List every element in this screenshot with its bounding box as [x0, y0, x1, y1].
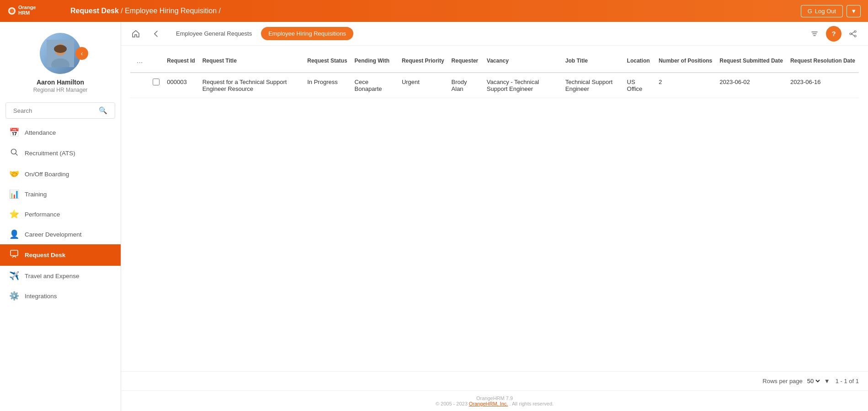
main-layout: ‹ Aaron Hamilton Regional HR Manager 🔍 📅… — [0, 22, 868, 411]
nav-menu: 📅 Attendance Recruitment (ATS) 🤝 On/Off … — [0, 122, 121, 411]
content-area: Employee General Requests Employee Hirin… — [121, 22, 868, 411]
row-checkbox[interactable] — [153, 79, 160, 85]
rows-per-page-label: Rows per page — [762, 378, 802, 385]
sidebar: ‹ Aaron Hamilton Regional HR Manager 🔍 📅… — [0, 22, 121, 411]
user-name: Aaron Hamilton — [37, 79, 84, 86]
row-num-positions: 2 — [655, 73, 716, 98]
col-request-title: Request Title — [199, 53, 304, 73]
svg-point-8 — [54, 45, 67, 53]
row-job-title: Technical Support Engineer — [562, 73, 623, 98]
svg-line-16 — [852, 34, 854, 36]
sidebar-item-performance-label: Performance — [25, 211, 60, 218]
help-button[interactable]: ? — [826, 26, 841, 42]
requisitions-table: ··· Request Id Request Title Request Sta… — [130, 53, 859, 98]
row-options-cell — [130, 73, 149, 98]
top-header: Orange HRM Request Desk / Employee Hirin… — [0, 0, 868, 22]
search-icon[interactable]: 🔍 — [99, 106, 107, 115]
sidebar-item-training-label: Training — [25, 191, 47, 198]
share-icon — [849, 30, 857, 37]
user-role: Regional HR Manager — [33, 87, 88, 93]
rows-per-page-select[interactable]: 50 25 10 — [805, 377, 821, 385]
sidebar-item-recruitment[interactable]: Recruitment (ATS) — [0, 142, 121, 164]
back-button[interactable] — [149, 26, 163, 41]
column-options-button[interactable]: ··· — [134, 58, 145, 68]
sidebar-item-integrations-label: Integrations — [25, 293, 57, 300]
svg-point-13 — [854, 35, 856, 37]
logo: Orange HRM — [7, 3, 67, 19]
career-icon: 👤 — [9, 229, 19, 239]
performance-icon: ⭐ — [9, 209, 19, 219]
sidebar-item-recruitment-label: Recruitment (ATS) — [25, 150, 75, 157]
footer-rights: . All rights reserved. — [510, 401, 554, 406]
row-location: US Office — [623, 73, 655, 98]
footer-company-link[interactable]: OrangeHRM, Inc. — [469, 401, 508, 406]
sidebar-item-travel[interactable]: ✈️ Travel and Expense — [0, 266, 121, 286]
table-area: ··· Request Id Request Title Request Sta… — [121, 46, 868, 371]
sidebar-item-training[interactable]: 📊 Training — [0, 184, 121, 204]
col-options: ··· — [130, 53, 149, 73]
share-button[interactable] — [845, 26, 861, 42]
row-request-status: In Progress — [304, 73, 351, 98]
sidebar-item-onboarding-label: On/Off Boarding — [25, 171, 69, 178]
logout-dropdown-button[interactable]: ▼ — [847, 5, 861, 17]
col-job-title: Job Title — [562, 53, 623, 73]
logout-label: Log Out — [815, 8, 836, 15]
col-request-status: Request Status — [304, 53, 351, 73]
sidebar-item-attendance[interactable]: 📅 Attendance — [0, 122, 121, 142]
col-requester: Requester — [448, 53, 483, 73]
logout-button[interactable]: G Log Out — [801, 5, 843, 17]
search-input[interactable] — [13, 107, 99, 114]
sidebar-item-request-desk[interactable]: Request Desk — [0, 244, 121, 266]
sidebar-item-career[interactable]: 👤 Career Development — [0, 224, 121, 244]
col-num-positions: Number of Positions — [655, 53, 716, 73]
dropdown-icon: ▼ — [824, 378, 830, 385]
row-request-id: 000003 — [163, 73, 198, 98]
rows-per-page: Rows per page 50 25 10 ▼ — [762, 377, 830, 385]
row-checkbox-cell — [149, 73, 163, 98]
home-button[interactable] — [128, 26, 143, 41]
sidebar-item-performance[interactable]: ⭐ Performance — [0, 204, 121, 224]
breadcrumb-bold: Request Desk — [70, 7, 119, 15]
col-checkbox — [149, 53, 163, 73]
svg-text:Orange: Orange — [18, 5, 36, 10]
table-row: 000003 Request for a Technical Support E… — [130, 73, 859, 98]
row-request-priority: Urgent — [398, 73, 448, 98]
filter-button[interactable] — [807, 26, 822, 42]
sub-header-actions: ? — [807, 26, 861, 42]
sidebar-item-career-label: Career Development — [25, 231, 82, 238]
sidebar-collapse-button[interactable]: ‹ — [75, 47, 88, 60]
user-profile: ‹ Aaron Hamilton Regional HR Manager — [0, 22, 121, 100]
svg-line-15 — [852, 32, 854, 34]
sidebar-item-travel-label: Travel and Expense — [25, 273, 80, 279]
svg-text:HRM: HRM — [18, 10, 30, 16]
col-vacancy: Vacancy — [483, 53, 562, 73]
integrations-icon: ⚙️ — [9, 291, 19, 301]
footer-copyright: © 2005 - 2023 — [436, 401, 468, 406]
training-icon: 📊 — [9, 189, 19, 199]
table-header: ··· Request Id Request Title Request Sta… — [130, 53, 859, 73]
row-pending-with: Cece Bonaparte — [351, 73, 398, 98]
avatar-container: ‹ — [40, 33, 81, 74]
row-submitted-date: 2023-06-02 — [716, 73, 787, 98]
avatar — [40, 33, 81, 74]
pagination: Rows per page 50 25 10 ▼ 1 - 1 of 1 — [121, 371, 868, 390]
col-pending-with: Pending With — [351, 53, 398, 73]
breadcrumb-rest: / Employee Hiring Requisition / — [119, 7, 221, 15]
tab-general-requests[interactable]: Employee General Requests — [169, 27, 259, 40]
col-request-id: Request Id — [163, 53, 198, 73]
row-requester: Brody Alan — [448, 73, 483, 98]
sidebar-item-onboarding[interactable]: 🤝 On/Off Boarding — [0, 164, 121, 184]
col-location: Location — [623, 53, 655, 73]
google-icon: G — [808, 8, 812, 15]
table-body: 000003 Request for a Technical Support E… — [130, 73, 859, 98]
help-icon: ? — [831, 30, 836, 37]
svg-point-12 — [854, 31, 856, 32]
tab-hiring-requisitions[interactable]: Employee Hiring Requisitions — [261, 27, 353, 40]
col-resolution-date: Request Resolution Date — [787, 53, 859, 73]
sidebar-item-integrations[interactable]: ⚙️ Integrations — [0, 286, 121, 306]
row-resolution-date: 2023-06-16 — [787, 73, 859, 98]
svg-line-10 — [16, 154, 18, 156]
search-container: 🔍 — [5, 102, 115, 119]
row-request-title: Request for a Technical Support Engineer… — [199, 73, 304, 98]
header-left: Orange HRM Request Desk / Employee Hirin… — [7, 3, 221, 19]
